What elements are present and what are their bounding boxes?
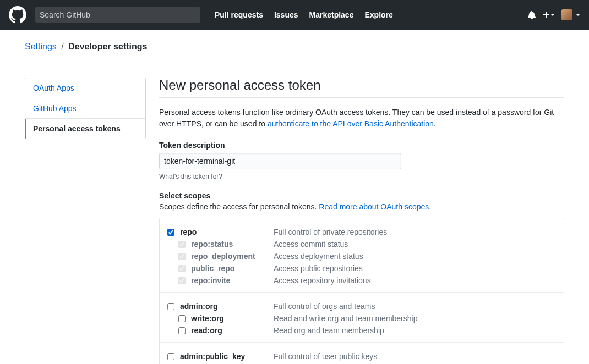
intro-part2: . bbox=[434, 119, 436, 128]
title-rule bbox=[159, 97, 564, 98]
mark-github-icon bbox=[9, 6, 26, 24]
breadcrumb-settings[interactable]: Settings bbox=[25, 42, 57, 51]
scope-desc: Read and write org and team membership bbox=[274, 314, 417, 323]
search-input[interactable] bbox=[35, 7, 200, 23]
scopes-docs-link[interactable]: Read more about OAuth scopes. bbox=[319, 202, 431, 211]
breadcrumb-bar: Settings / Developer settings bbox=[0, 30, 589, 64]
scope-desc: Full control of private repositories bbox=[274, 228, 387, 236]
scope-checkbox-public-repo[interactable] bbox=[178, 265, 186, 272]
token-description-note: What's this token for? bbox=[159, 173, 564, 180]
notifications-icon[interactable] bbox=[527, 10, 536, 19]
scope-desc: Full control of orgs and teams bbox=[274, 302, 375, 311]
scope-desc: Full control of user public keys bbox=[274, 352, 377, 361]
create-new-dropdown[interactable] bbox=[543, 10, 555, 19]
scope-desc: Read org and team membership bbox=[274, 326, 384, 335]
avatar bbox=[561, 9, 572, 20]
main-content: New personal access token Personal acces… bbox=[159, 78, 564, 364]
intro-text: Personal access tokens function like ord… bbox=[159, 107, 564, 130]
nav-marketplace[interactable]: Marketplace bbox=[304, 10, 359, 19]
scope-desc: Access commit status bbox=[274, 240, 348, 249]
scope-desc: Access deployment status bbox=[274, 252, 363, 261]
nav-pull-requests[interactable]: Pull requests bbox=[209, 10, 269, 19]
scope-desc: Access repository invitations bbox=[274, 276, 371, 285]
scope-name: write:org bbox=[191, 314, 274, 323]
user-menu[interactable] bbox=[561, 9, 580, 20]
scopes-description: Scopes define the access for personal to… bbox=[159, 202, 564, 211]
scope-checkbox-admin-public-key[interactable] bbox=[167, 353, 174, 360]
scope-name: public_repo bbox=[191, 264, 274, 273]
scope-group-admin-org: admin:org Full control of orgs and teams… bbox=[160, 293, 564, 343]
sidebar-item-personal-tokens[interactable]: Personal access tokens bbox=[25, 119, 145, 139]
page-title: New personal access token bbox=[159, 78, 564, 93]
scope-checkbox-repo-invite[interactable] bbox=[178, 277, 186, 284]
scopes-list: repo Full control of private repositorie… bbox=[159, 218, 564, 364]
top-header: Pull requests Issues Marketplace Explore bbox=[0, 0, 589, 30]
scope-group-admin-public-key: admin:public_key Full control of user pu… bbox=[160, 343, 564, 364]
scope-name: repo:status bbox=[191, 240, 274, 249]
scope-checkbox-admin-org[interactable] bbox=[167, 303, 174, 310]
caret-down-icon bbox=[576, 14, 580, 16]
settings-sidebar: OAuth Apps GitHub Apps Personal access t… bbox=[25, 78, 146, 364]
scope-checkbox-repo-status[interactable] bbox=[178, 241, 186, 248]
token-description-input[interactable] bbox=[159, 153, 401, 169]
token-description-label: Token description bbox=[159, 141, 564, 150]
scopes-heading: Select scopes bbox=[159, 191, 564, 200]
primary-nav: Pull requests Issues Marketplace Explore bbox=[209, 10, 399, 19]
scope-name: repo:invite bbox=[191, 276, 274, 285]
scope-checkbox-repo-deployment[interactable] bbox=[178, 253, 186, 260]
scope-checkbox-repo[interactable] bbox=[167, 229, 174, 236]
caret-down-icon bbox=[550, 14, 555, 16]
scope-group-repo: repo Full control of private repositorie… bbox=[160, 218, 564, 293]
scope-name: repo bbox=[180, 228, 274, 236]
scope-checkbox-read-org[interactable] bbox=[178, 327, 186, 334]
scope-checkbox-write-org[interactable] bbox=[178, 315, 186, 322]
scope-desc: Access public repositories bbox=[274, 264, 363, 273]
nav-issues[interactable]: Issues bbox=[269, 10, 304, 19]
scope-name: repo_deployment bbox=[191, 252, 274, 261]
scope-name: admin:public_key bbox=[180, 352, 274, 361]
scope-name: admin:org bbox=[180, 302, 274, 311]
auth-docs-link[interactable]: authenticate to the API over Basic Authe… bbox=[268, 119, 434, 128]
github-logo[interactable] bbox=[9, 6, 26, 24]
scopes-desc-text: Scopes define the access for personal to… bbox=[159, 202, 319, 211]
breadcrumb-current: Developer settings bbox=[68, 42, 147, 51]
nav-explore[interactable]: Explore bbox=[359, 10, 398, 19]
breadcrumb-separator: / bbox=[61, 42, 63, 51]
sidebar-item-oauth-apps[interactable]: OAuth Apps bbox=[25, 78, 145, 98]
sidebar-item-github-apps[interactable]: GitHub Apps bbox=[25, 98, 145, 119]
scope-name: read:org bbox=[191, 326, 274, 335]
